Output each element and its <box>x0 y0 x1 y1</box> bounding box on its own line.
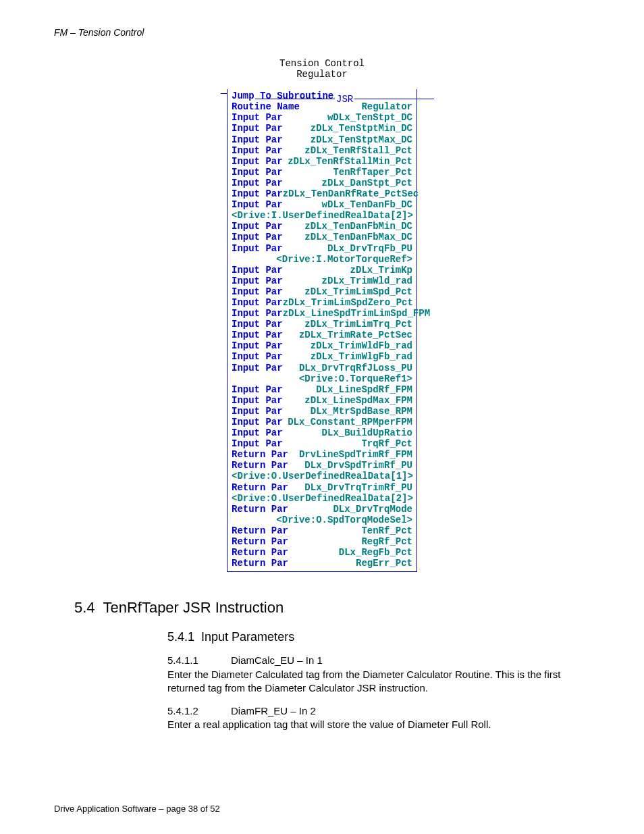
jsr-row-label: Return Par <box>232 482 288 493</box>
jsr-row: Input ParzDLx_TrimKp <box>232 265 412 276</box>
jsr-row-value: DrvLineSpdTrimRf_FPM <box>288 449 412 460</box>
jsr-row: Input ParzDLx_TrimWlgFb_rad <box>232 351 412 362</box>
jsr-row-value <box>333 90 412 101</box>
jsr-row-label: Input Par <box>232 438 283 449</box>
diagram-title-1: Tension Control <box>210 58 434 69</box>
jsr-row-subvalue: <Drive:O.UserDefinedRealData[2]> <box>232 493 413 504</box>
jsr-row-value: zDLx_TenDanFbMax_DC <box>283 232 412 242</box>
parameter-text: Enter the Diameter Calculated tag from t… <box>167 668 590 696</box>
jsr-row-label: Input Par <box>232 330 283 340</box>
subsection-number: 5.4.1 <box>167 630 194 644</box>
jsr-row: Input ParzDLx_DanStpt_Pct <box>232 178 412 188</box>
jsr-row: Input ParzDLx_TrimLimSpdZero_Pct <box>232 297 412 308</box>
section-title: TenRfTaper JSR Instruction <box>103 599 284 616</box>
jsr-row-label: Input Par <box>232 199 283 210</box>
jsr-row-value: zDLx_TrimWlgFb_rad <box>283 351 412 362</box>
jsr-row: Input ParzDLx_TenStptMin_DC <box>232 123 412 134</box>
jsr-row-label: Input Par <box>232 297 283 308</box>
jsr-row-label: Input Par <box>232 406 283 417</box>
jsr-row-label: Input Par <box>232 308 283 319</box>
jsr-row-value: zDLx_TenRfStallMin_Pct <box>283 156 412 167</box>
jsr-row-value: zDLx_TrimLimTrq_Pct <box>283 319 412 330</box>
jsr-row: Input ParDLx_BuildUpRatio <box>232 427 412 438</box>
jsr-row-label: Return Par <box>232 558 288 569</box>
jsr-row-label: Return Par <box>232 504 288 515</box>
parameter-name: DiamCalc_EU – In 1 <box>231 654 323 666</box>
jsr-row-value: RegErr_Pct <box>288 558 412 569</box>
parameter-number: 5.4.1.1 <box>167 654 231 667</box>
jsr-row-value: wDLx_TenDanFb_DC <box>283 199 412 210</box>
jsr-row: <Drive:I.UserDefinedRealData[2]> <box>232 210 412 221</box>
jsr-row: Input ParzDLx_TenDanFbMax_DC <box>232 232 412 242</box>
subsection-heading: 5.4.1 Input Parameters <box>167 630 590 644</box>
jsr-row: Input ParzDLx_TenStptMax_DC <box>232 134 412 145</box>
jsr-row: Input ParzDLx_TenDanFbMin_DC <box>232 221 412 232</box>
jsr-row-label: Input Par <box>232 167 283 178</box>
jsr-diagram: Tension Control Regulator JSR Jump To Su… <box>210 58 434 572</box>
jsr-box: Jump To SubroutineRoutine NameRegulatorI… <box>227 89 417 572</box>
jsr-row-value: RegRf_Pct <box>288 536 412 547</box>
jsr-row: Input ParzDLx_TrimLimTrq_Pct <box>232 319 412 330</box>
jsr-row-label: Input Par <box>232 145 283 156</box>
page-header: FM – Tension Control <box>54 27 590 38</box>
jsr-row: <Drive:I.MotorTorqueRef> <box>232 254 412 265</box>
jsr-row: Return ParDrvLineSpdTrimRf_FPM <box>232 449 412 460</box>
jsr-row-label: Return Par <box>232 536 288 547</box>
jsr-row: Input ParzDLx_TrimWldFb_rad <box>232 340 412 351</box>
jsr-row: <Drive:O.TorqueRef1> <box>232 373 412 384</box>
jsr-row-value: zDLx_TenStptMax_DC <box>283 134 412 145</box>
jsr-row: Return ParDLx_DrvSpdTrimRf_PU <box>232 460 412 471</box>
jsr-row-label: Return Par <box>232 547 288 558</box>
jsr-row: Return ParDLx_DrvTrqTrimRf_PU <box>232 482 412 493</box>
jsr-row-label: Input Par <box>232 363 283 373</box>
jsr-row-value: Regulator <box>300 101 412 112</box>
jsr-row-value: zDLx_LineSpdMax_FPM <box>283 395 412 406</box>
jsr-row-value: zDLx_TrimKp <box>283 265 412 276</box>
jsr-row: Return ParRegRf_Pct <box>232 536 412 547</box>
jsr-row: Input ParDLx_DrvTrqFb_PU <box>232 243 412 254</box>
jsr-row-label: Return Par <box>232 449 288 460</box>
jsr-row-label: Input Par <box>232 178 283 188</box>
jsr-row: Return ParDLx_RegFb_Pct <box>232 547 412 558</box>
jsr-row: Input ParDLx_DrvTrqRfJLoss_PU <box>232 363 412 373</box>
jsr-row-value: zDLx_TrimLimSpd_Pct <box>283 286 412 297</box>
parameter-name: DiamFR_EU – In 2 <box>231 705 316 716</box>
jsr-row-label: Input Par <box>232 265 283 276</box>
jsr-row: Input ParzDLx_LineSpdTrimLimSpd_FPM <box>232 308 412 319</box>
jsr-row: Input ParzDLx_TenRfStallMin_Pct <box>232 156 412 167</box>
jsr-row-label: Input Par <box>232 351 283 362</box>
subsection-title: Input Parameters <box>201 630 294 644</box>
jsr-row-label: Input Par <box>232 123 283 134</box>
jsr-row-value: DLx_BuildUpRatio <box>283 427 412 438</box>
jsr-row-subvalue: <Drive:I.UserDefinedRealData[2]> <box>232 210 413 221</box>
diagram-title-2: Regulator <box>210 69 434 80</box>
jsr-row: Input ParzDLx_TrimRate_PctSec <box>232 330 412 340</box>
jsr-row: Input ParzDLx_LineSpdMax_FPM <box>232 395 412 406</box>
jsr-row: <Drive:O.UserDefinedRealData[1]> <box>232 471 412 481</box>
jsr-row-value: zDLx_TrimWldFb_rad <box>283 340 412 351</box>
jsr-row-value: DLx_DrvTrqRfJLoss_PU <box>283 363 412 373</box>
section-number: 5.4 <box>74 599 95 616</box>
parameter-block: 5.4.1.2DiamFR_EU – In 2Enter a real appl… <box>167 704 590 732</box>
jsr-row: Input ParDLx_MtrSpdBase_RPM <box>232 406 412 417</box>
parameter-block: 5.4.1.1DiamCalc_EU – In 1Enter the Diame… <box>167 654 590 695</box>
jsr-row-label: Input Par <box>232 319 283 330</box>
jsr-row-value: TenRfTaper_Pct <box>283 167 412 178</box>
jsr-row-label: Return Par <box>232 460 288 471</box>
jsr-divider: JSR <box>210 82 434 89</box>
jsr-row-value: DLx_DrvTrqFb_PU <box>283 243 412 254</box>
jsr-row-label: Input Par <box>232 232 283 242</box>
jsr-row-value: zDLx_TrimLimSpdZero_Pct <box>283 297 413 308</box>
jsr-row: Input ParTenRfTaper_Pct <box>232 167 412 178</box>
jsr-row-value: zDLx_TenRfStall_Pct <box>283 145 412 156</box>
jsr-row: Input ParwDLx_TenStpt_DC <box>232 112 412 123</box>
jsr-row-value: DLx_DrvTrqMode <box>288 504 412 515</box>
jsr-row: Return ParDLx_DrvTrqMode <box>232 504 412 515</box>
jsr-row-label: Input Par <box>232 134 283 145</box>
jsr-row-label: Input Par <box>232 395 283 406</box>
page-footer: Drive Application Software – page 38 of … <box>54 804 220 814</box>
jsr-row-label: Jump To Subroutine <box>232 90 333 101</box>
jsr-row-label: Input Par <box>232 286 283 297</box>
section-heading: 5.4 TenRfTaper JSR Instruction <box>74 599 590 617</box>
jsr-row-label: Input Par <box>232 156 283 167</box>
